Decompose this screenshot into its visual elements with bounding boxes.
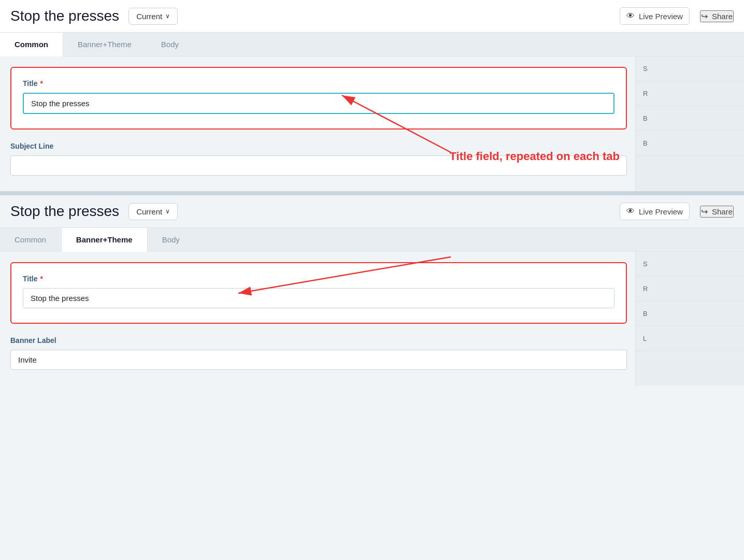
tab-common-top-label: Common xyxy=(15,40,48,49)
tab-body-bottom-label: Body xyxy=(162,235,180,244)
header-actions: 👁 Live Preview ↪ Share xyxy=(620,7,734,25)
tab-banner-theme-bottom[interactable]: Banner+Theme xyxy=(61,228,148,252)
tab-common-bottom[interactable]: Common xyxy=(0,228,61,251)
dropdown-label: Current xyxy=(136,12,162,21)
right-panel-item-b2: B xyxy=(636,131,744,156)
share-icon: ↪ xyxy=(701,11,708,21)
bottom-right-panel: S R B L xyxy=(635,252,744,385)
title-input-top[interactable] xyxy=(23,93,614,114)
bottom-chevron-icon: ∨ xyxy=(165,208,170,215)
bottom-right-panel-item-r: R xyxy=(636,277,744,301)
top-content-area: S R B B Title * Subject Line Title field… xyxy=(0,56,744,191)
bottom-right-panel-item-b: B xyxy=(636,301,744,326)
chevron-down-icon: ∨ xyxy=(165,12,170,20)
bottom-right-panel-item-s: S xyxy=(636,252,744,277)
bottom-page-title: Stop the presses xyxy=(10,203,119,220)
share-label: Share xyxy=(712,12,733,21)
section-divider xyxy=(0,191,744,195)
bottom-share-label: Share xyxy=(712,207,733,216)
bottom-eye-icon: 👁 xyxy=(626,207,635,216)
bottom-section: Stop the presses Current ∨ 👁 Live Previe… xyxy=(0,195,744,385)
live-preview-button[interactable]: 👁 Live Preview xyxy=(620,7,690,25)
banner-label-input[interactable] xyxy=(10,350,627,370)
required-star-bottom: * xyxy=(40,275,43,283)
bottom-live-preview-label: Live Preview xyxy=(639,207,683,216)
title-label-bottom: Title * xyxy=(23,275,614,283)
right-panel-item-s: S xyxy=(636,56,744,81)
banner-label-section: Banner Label xyxy=(10,336,627,370)
tab-common-bottom-label: Common xyxy=(15,235,46,244)
current-dropdown[interactable]: Current ∨ xyxy=(128,8,178,25)
top-tabs-bar: Common Banner+Theme Body xyxy=(0,33,744,56)
bottom-right-panel-item-l: L xyxy=(636,326,744,351)
live-preview-label: Live Preview xyxy=(639,12,683,21)
bottom-header-actions: 👁 Live Preview ↪ Share xyxy=(620,203,734,220)
top-header: Stop the presses Current ∨ 👁 Live Previe… xyxy=(0,0,744,33)
top-section: Stop the presses Current ∨ 👁 Live Previe… xyxy=(0,0,744,191)
title-label-top: Title * xyxy=(23,79,614,88)
right-panel-item-b1: B xyxy=(636,106,744,131)
bottom-share-button[interactable]: ↪ Share xyxy=(700,206,734,218)
bottom-tabs-bar: Common Banner+Theme Body xyxy=(0,228,744,252)
tab-common-top[interactable]: Common xyxy=(0,33,63,56)
tab-body-top-label: Body xyxy=(161,40,179,49)
bottom-live-preview-button[interactable]: 👁 Live Preview xyxy=(620,203,690,220)
subject-line-label: Subject Line xyxy=(10,142,627,150)
share-button[interactable]: ↪ Share xyxy=(700,10,734,22)
bottom-header: Stop the presses Current ∨ 👁 Live Previe… xyxy=(0,195,744,228)
banner-label-label: Banner Label xyxy=(10,336,627,344)
subject-line-input[interactable] xyxy=(10,155,627,176)
top-right-panel: S R B B xyxy=(635,56,744,191)
bottom-dropdown-label: Current xyxy=(136,207,162,216)
page-title: Stop the presses xyxy=(10,8,119,24)
tab-banner-theme-bottom-label: Banner+Theme xyxy=(76,235,133,244)
tab-banner-theme-top-label: Banner+Theme xyxy=(78,40,132,49)
eye-icon: 👁 xyxy=(626,11,635,21)
bottom-current-dropdown[interactable]: Current ∨ xyxy=(128,203,178,220)
right-panel-item-r: R xyxy=(636,81,744,106)
tab-body-bottom[interactable]: Body xyxy=(148,228,195,251)
title-field-card-bottom: Title * xyxy=(10,262,627,324)
tab-banner-theme-top[interactable]: Banner+Theme xyxy=(63,33,147,56)
title-field-card-top: Title * xyxy=(10,67,627,130)
bottom-share-icon: ↪ xyxy=(701,207,708,217)
bottom-content-area: S R B L Title * Banner Label xyxy=(0,252,744,385)
title-input-bottom[interactable] xyxy=(23,288,614,308)
required-star-top: * xyxy=(40,79,43,88)
subject-line-section: Subject Line xyxy=(10,142,627,176)
tab-body-top[interactable]: Body xyxy=(147,33,194,56)
